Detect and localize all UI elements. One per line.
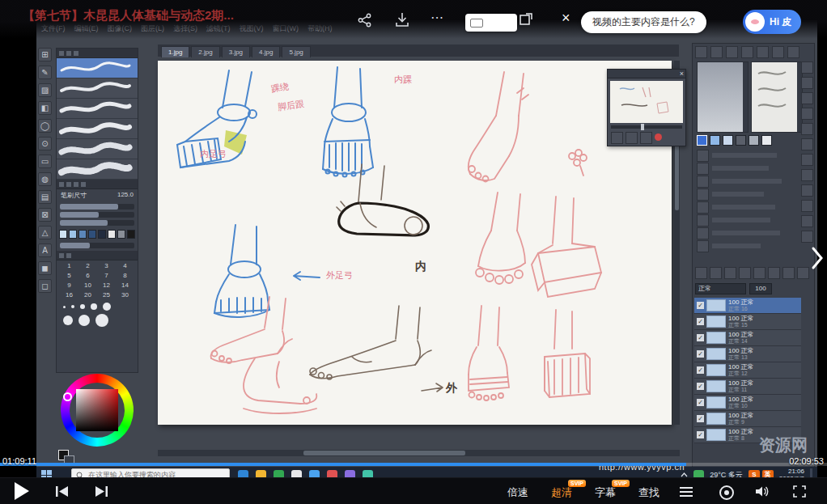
tool-icon[interactable]: ▤ bbox=[38, 190, 52, 204]
ai-assistant-pill[interactable]: Hi 皮 bbox=[743, 10, 801, 34]
close-overlay-icon[interactable]: × bbox=[562, 10, 570, 27]
palette-chip[interactable] bbox=[710, 135, 720, 146]
side-tab-button[interactable] bbox=[801, 169, 813, 181]
side-tab-button[interactable] bbox=[801, 108, 813, 120]
fullscreen-icon[interactable] bbox=[793, 485, 806, 498]
color-swatch[interactable] bbox=[88, 230, 96, 239]
size-grid-cell[interactable]: 16 bbox=[60, 290, 78, 300]
size-grid-cell[interactable]: 8 bbox=[116, 271, 134, 281]
panel-button[interactable] bbox=[787, 46, 799, 58]
tool-icon[interactable]: A bbox=[38, 244, 52, 257]
document-tab[interactable]: 4.jpg bbox=[252, 46, 280, 57]
panel-list-row[interactable] bbox=[697, 214, 799, 227]
layer-visibility-checkbox[interactable]: ✓ bbox=[697, 350, 704, 358]
tool-icon[interactable]: ◧ bbox=[38, 101, 52, 115]
document-tab[interactable]: 2.jpg bbox=[191, 46, 219, 57]
layer-visibility-checkbox[interactable]: ✓ bbox=[697, 431, 704, 438]
panel-button[interactable] bbox=[710, 46, 723, 58]
color-swatch[interactable] bbox=[127, 230, 135, 239]
color-swatch[interactable] bbox=[78, 230, 87, 239]
tool-icon[interactable]: ⊠ bbox=[38, 208, 52, 222]
navigator-button[interactable] bbox=[626, 132, 638, 144]
size-grid-cell[interactable]: 5 bbox=[60, 271, 78, 281]
size-grid-cell[interactable]: 10 bbox=[78, 281, 97, 290]
size-grid-cell[interactable]: 6 bbox=[78, 271, 97, 281]
panel-button[interactable] bbox=[695, 46, 707, 58]
share-icon[interactable] bbox=[358, 13, 372, 28]
side-tab-button[interactable] bbox=[801, 92, 813, 104]
layer-visibility-checkbox[interactable]: ✓ bbox=[697, 334, 704, 341]
panel-list-row[interactable] bbox=[697, 188, 799, 201]
clock-time[interactable]: 21:06 bbox=[788, 468, 804, 475]
hue-marker[interactable] bbox=[63, 392, 72, 401]
download-icon[interactable] bbox=[395, 12, 409, 28]
layer-visibility-checkbox[interactable]: ✓ bbox=[697, 415, 704, 422]
layer-row[interactable]: ✓ 100 正常 正常 11 bbox=[694, 379, 801, 395]
palette-chip[interactable] bbox=[723, 135, 733, 146]
palette-chip[interactable] bbox=[749, 135, 759, 146]
layer-mask-button[interactable] bbox=[797, 267, 809, 279]
navigator-close-icon[interactable]: × bbox=[680, 70, 685, 78]
size-grid-cell[interactable]: 12 bbox=[97, 281, 116, 290]
layer-visibility-checkbox[interactable]: ✓ bbox=[697, 399, 704, 406]
panel-list-row[interactable] bbox=[697, 149, 799, 162]
brush-preset[interactable] bbox=[57, 119, 138, 139]
navigator-record-dot[interactable] bbox=[655, 133, 662, 141]
navigator-preview[interactable] bbox=[610, 81, 683, 123]
mini-toolbar[interactable] bbox=[465, 14, 517, 32]
brush-size-slider[interactable] bbox=[60, 204, 134, 210]
texture-preview[interactable] bbox=[751, 61, 803, 133]
layer-opacity-value[interactable]: 100 bbox=[749, 283, 772, 294]
size-grid-cell[interactable]: 4 bbox=[116, 261, 134, 271]
color-swatch[interactable] bbox=[108, 230, 116, 239]
progress-bar[interactable] bbox=[0, 463, 827, 466]
layer-row[interactable]: ✓ 100 正常 正常 16 bbox=[694, 298, 801, 314]
layer-row[interactable]: ✓ 100 正常 正常 15 bbox=[694, 314, 801, 330]
material-preview[interactable] bbox=[697, 61, 749, 133]
side-tab-button[interactable] bbox=[801, 77, 813, 89]
layer-visibility-checkbox[interactable]: ✓ bbox=[697, 366, 704, 374]
brush-blend-slider[interactable] bbox=[60, 220, 134, 226]
brush-preset[interactable] bbox=[57, 139, 138, 159]
size-grid-cell[interactable]: 14 bbox=[116, 281, 134, 290]
panel-button[interactable] bbox=[726, 46, 738, 58]
blend-mode-select[interactable]: 正常 bbox=[695, 283, 746, 294]
layer-row[interactable]: ✓ 100 正常 正常 14 bbox=[694, 330, 801, 346]
layer-delete-button[interactable] bbox=[782, 267, 795, 279]
ai-question-bubble[interactable]: 视频的主要内容是什么? bbox=[581, 11, 706, 33]
layer-visibility-checkbox[interactable]: ✓ bbox=[697, 318, 704, 325]
volume-icon[interactable] bbox=[755, 485, 770, 498]
size-grid-cell[interactable]: 1 bbox=[60, 261, 78, 271]
side-tab-button[interactable] bbox=[801, 200, 813, 212]
tool-icon[interactable]: ◻ bbox=[38, 279, 52, 293]
panel-button[interactable] bbox=[757, 46, 769, 58]
quality-button[interactable]: 超清 bbox=[551, 485, 572, 500]
panel-list-row[interactable] bbox=[697, 162, 799, 175]
tool-icon[interactable]: ◼ bbox=[38, 261, 52, 275]
tool-icon[interactable]: ▨ bbox=[38, 83, 52, 97]
navigator-zoom-slider[interactable] bbox=[611, 125, 682, 129]
layer-visibility-checkbox[interactable]: ✓ bbox=[697, 302, 704, 309]
brush-preset[interactable] bbox=[57, 99, 138, 119]
navigator-button[interactable] bbox=[611, 132, 623, 144]
record-icon[interactable] bbox=[719, 485, 734, 500]
layer-down-button[interactable] bbox=[739, 267, 751, 279]
next-button[interactable] bbox=[94, 485, 108, 498]
document-tab[interactable]: 1.jpg bbox=[161, 46, 189, 57]
side-tab-button[interactable] bbox=[801, 154, 813, 166]
palette-chip-selected[interactable] bbox=[697, 135, 707, 146]
brush-opacity-slider[interactable] bbox=[60, 212, 134, 218]
tool-icon[interactable]: ⊙ bbox=[38, 137, 52, 150]
side-tab-button[interactable] bbox=[801, 138, 813, 150]
side-tab-button[interactable] bbox=[801, 61, 813, 74]
size-grid-cell[interactable]: 25 bbox=[97, 290, 116, 300]
side-tab-button[interactable] bbox=[801, 123, 813, 135]
layer-row[interactable]: ✓ 100 正常 正常 9 bbox=[694, 411, 801, 427]
tool-icon[interactable]: △ bbox=[38, 226, 52, 239]
brush-preset[interactable] bbox=[57, 78, 138, 99]
size-grid-cell[interactable]: 9 bbox=[60, 281, 78, 290]
layer-new-button[interactable] bbox=[695, 267, 707, 279]
panel-list-row[interactable] bbox=[697, 239, 799, 252]
panel-button[interactable] bbox=[772, 46, 784, 58]
document-tab[interactable]: 5.jpg bbox=[282, 46, 310, 57]
